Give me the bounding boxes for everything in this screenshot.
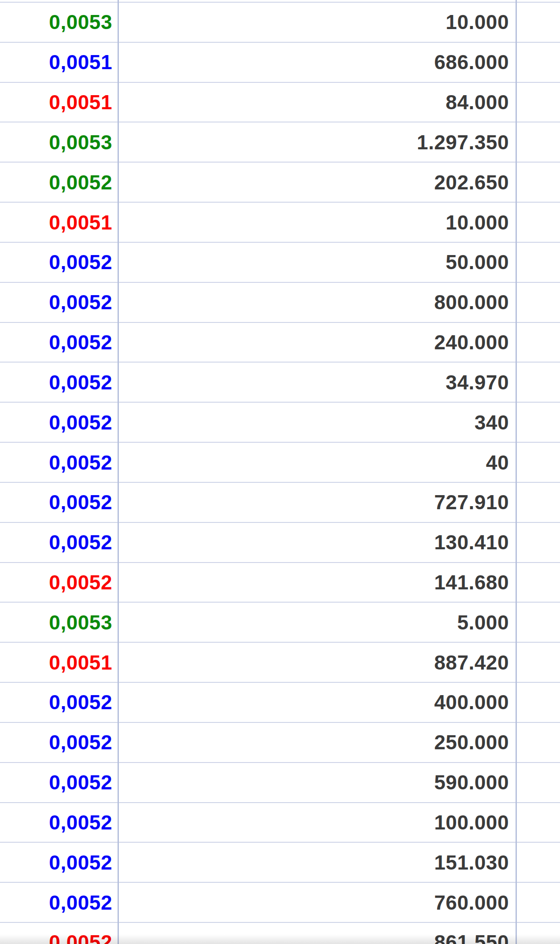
quantity-cell: 10.000 xyxy=(118,3,514,42)
price-cell: 0,0052 xyxy=(0,883,118,922)
price-cell: 0,0053 xyxy=(0,122,118,162)
trades-table-viewport: 0,0053 10.000 0,0051 686.000 0,0051 84.0… xyxy=(0,0,560,944)
empty-cell xyxy=(514,443,560,482)
price-cell: 0,0052 xyxy=(0,243,118,282)
column-divider-price-quantity xyxy=(118,0,119,944)
table-row[interactable]: 0,0051 686.000 xyxy=(0,43,560,83)
empty-cell xyxy=(514,363,560,402)
table-row[interactable]: 0,0052 100.000 xyxy=(0,803,560,843)
price-cell: 0,0052 xyxy=(0,483,118,522)
table-row[interactable]: 0,0051 10.000 xyxy=(0,203,560,243)
table-row[interactable]: 0,0053 10.000 xyxy=(0,3,560,43)
empty-cell xyxy=(514,483,560,522)
price-cell: 0,0051 xyxy=(0,43,118,82)
price-cell: 0,0052 xyxy=(0,523,118,562)
table-row[interactable]: 0,0052 861.550 xyxy=(0,923,560,944)
table-row[interactable]: 0,0052 40 xyxy=(0,443,560,483)
quantity-cell: 240.000 xyxy=(118,323,514,362)
price-cell: 0,0052 xyxy=(0,763,118,802)
quantity-cell: 40 xyxy=(118,443,514,482)
empty-cell xyxy=(514,122,560,162)
empty-cell xyxy=(514,723,560,762)
empty-cell xyxy=(514,403,560,442)
table-row[interactable]: 0,0053 1.297.350 xyxy=(0,122,560,163)
empty-cell xyxy=(514,563,560,602)
quantity-cell: 760.000 xyxy=(118,883,514,922)
empty-cell xyxy=(514,763,560,802)
table-row[interactable]: 0,0052 590.000 xyxy=(0,763,560,803)
quantity-cell: 84.000 xyxy=(118,83,514,122)
quantity-cell: 202.650 xyxy=(118,163,514,202)
price-cell: 0,0052 xyxy=(0,683,118,722)
quantity-cell: 800.000 xyxy=(118,283,514,322)
empty-cell xyxy=(514,43,560,82)
quantity-cell: 340 xyxy=(118,403,514,442)
quantity-cell: 5.000 xyxy=(118,603,514,642)
quantity-cell: 887.420 xyxy=(118,643,514,682)
empty-cell xyxy=(514,523,560,562)
empty-cell xyxy=(514,843,560,882)
empty-cell xyxy=(514,243,560,282)
quantity-cell: 250.000 xyxy=(118,723,514,762)
quantity-cell: 727.910 xyxy=(118,483,514,522)
quantity-cell: 686.000 xyxy=(118,43,514,82)
table-row[interactable]: 0,0052 34.970 xyxy=(0,363,560,403)
empty-cell xyxy=(514,83,560,122)
price-cell: 0,0052 xyxy=(0,283,118,322)
empty-cell xyxy=(514,923,560,944)
table-row[interactable]: 0,0052 727.910 xyxy=(0,483,560,523)
table-row[interactable]: 0,0053 5.000 xyxy=(0,603,560,643)
table-row[interactable]: 0,0052 141.680 xyxy=(0,563,560,603)
quantity-cell: 10.000 xyxy=(118,203,514,242)
empty-cell xyxy=(514,683,560,722)
empty-cell xyxy=(514,203,560,242)
quantity-cell: 151.030 xyxy=(118,843,514,882)
price-cell: 0,0051 xyxy=(0,643,118,682)
price-cell: 0,0052 xyxy=(0,843,118,882)
table-row[interactable]: 0,0052 400.000 xyxy=(0,683,560,723)
price-cell: 0,0052 xyxy=(0,923,118,944)
price-cell: 0,0051 xyxy=(0,83,118,122)
empty-cell xyxy=(514,643,560,682)
table-row[interactable]: 0,0052 800.000 xyxy=(0,283,560,323)
empty-cell xyxy=(514,3,560,42)
trades-table: 0,0053 10.000 0,0051 686.000 0,0051 84.0… xyxy=(0,2,560,944)
quantity-cell: 400.000 xyxy=(118,683,514,722)
price-cell: 0,0053 xyxy=(0,603,118,642)
table-row[interactable]: 0,0052 50.000 xyxy=(0,243,560,283)
table-row[interactable]: 0,0052 151.030 xyxy=(0,843,560,883)
price-cell: 0,0052 xyxy=(0,403,118,442)
price-cell: 0,0052 xyxy=(0,563,118,602)
table-row[interactable]: 0,0052 250.000 xyxy=(0,723,560,763)
column-divider-quantity-extra xyxy=(516,0,517,944)
table-row[interactable]: 0,0051 887.420 xyxy=(0,643,560,683)
quantity-cell: 1.297.350 xyxy=(118,122,514,162)
price-cell: 0,0052 xyxy=(0,723,118,762)
quantity-cell: 861.550 xyxy=(118,923,514,944)
empty-cell xyxy=(514,283,560,322)
table-row[interactable]: 0,0052 202.650 xyxy=(0,163,560,203)
table-row[interactable]: 0,0052 130.410 xyxy=(0,523,560,563)
price-cell: 0,0052 xyxy=(0,443,118,482)
empty-cell xyxy=(514,163,560,202)
empty-cell xyxy=(514,883,560,922)
price-cell: 0,0052 xyxy=(0,363,118,402)
table-row[interactable]: 0,0052 340 xyxy=(0,403,560,443)
empty-cell xyxy=(514,323,560,362)
quantity-cell: 141.680 xyxy=(118,563,514,602)
quantity-cell: 50.000 xyxy=(118,243,514,282)
table-row[interactable]: 0,0051 84.000 xyxy=(0,83,560,123)
table-row[interactable]: 0,0052 760.000 xyxy=(0,883,560,923)
price-cell: 0,0052 xyxy=(0,803,118,842)
price-cell: 0,0053 xyxy=(0,3,118,42)
price-cell: 0,0051 xyxy=(0,203,118,242)
quantity-cell: 130.410 xyxy=(118,523,514,562)
table-row[interactable]: 0,0052 240.000 xyxy=(0,323,560,363)
empty-cell xyxy=(514,803,560,842)
empty-cell xyxy=(514,603,560,642)
price-cell: 0,0052 xyxy=(0,163,118,202)
quantity-cell: 100.000 xyxy=(118,803,514,842)
quantity-cell: 590.000 xyxy=(118,763,514,802)
quantity-cell: 34.970 xyxy=(118,363,514,402)
price-cell: 0,0052 xyxy=(0,323,118,362)
